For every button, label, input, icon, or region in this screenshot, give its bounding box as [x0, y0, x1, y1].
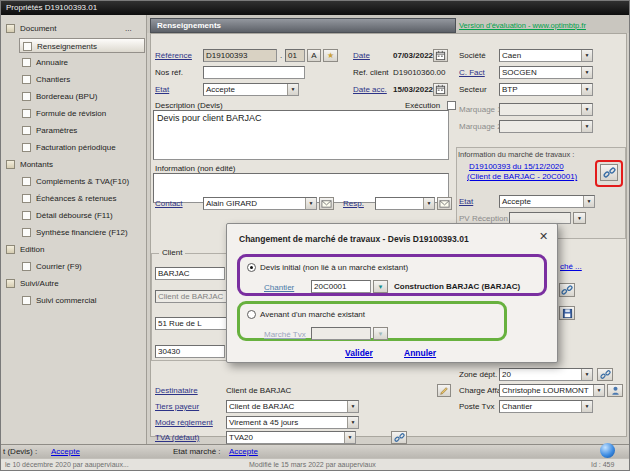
chevron-down-icon[interactable]: ▼	[581, 67, 592, 78]
section-header: Renseignements	[150, 18, 456, 33]
pv-reception-button[interactable]: ▼	[573, 212, 586, 224]
sidebar-item-suivi-autre[interactable]: Suivi/Autre	[1, 276, 147, 291]
option-avenant-label[interactable]: Avenant d'un marché existant	[260, 310, 365, 319]
reference-label[interactable]: Référence	[155, 51, 192, 60]
destinataire-edit-button[interactable]	[437, 384, 451, 397]
marche-more-link[interactable]: ché ...	[560, 262, 582, 271]
marche-etat-label[interactable]: Etat	[459, 197, 473, 206]
tva-defaut-select[interactable]: TVA20 ▼	[226, 431, 356, 444]
sidebar-item-synthese-financiere[interactable]: Synthèse financière (F12)	[1, 225, 147, 240]
close-icon[interactable]: ✕	[539, 230, 548, 243]
nos-ref-input[interactable]	[203, 66, 305, 79]
client-save-button[interactable]	[559, 306, 575, 320]
date-calendar-button[interactable]	[433, 49, 448, 62]
marquage2-select[interactable]: ▼	[499, 120, 593, 133]
radio-avenant[interactable]	[247, 310, 256, 319]
chevron-down-icon[interactable]: ▼	[583, 196, 594, 207]
tva-link-button[interactable]	[391, 431, 407, 444]
chevron-down-icon[interactable]: ▼	[581, 369, 592, 380]
societe-select[interactable]: Caen ▼	[499, 49, 593, 62]
resp-email-button[interactable]	[437, 197, 452, 210]
tva-defaut-label[interactable]: TVA (défaut)	[155, 433, 199, 442]
etat-label[interactable]: Etat	[155, 85, 169, 94]
etat-devis-status-link[interactable]: Accepte	[51, 447, 80, 456]
charge-affaire-select[interactable]: Christophe LOURMONT ▼	[499, 384, 605, 397]
radio-devis-initial[interactable]	[247, 263, 256, 272]
chevron-down-icon[interactable]: ▼	[581, 401, 592, 412]
chevron-down-icon[interactable]: ▼	[305, 198, 316, 209]
mode-reglement-label[interactable]: Mode règlement	[155, 418, 213, 427]
tiers-payeur-label[interactable]: Tiers payeur	[155, 402, 199, 411]
sidebar-item-complements-tva[interactable]: Compléments & TVA(F10)	[1, 174, 147, 189]
marche-link-button[interactable]	[600, 164, 618, 181]
chevron-down-icon[interactable]: ▼	[593, 385, 604, 396]
marche-client-link[interactable]: (Client de BARJAC - 20C0001)	[467, 172, 577, 181]
sidebar-item-courrier[interactable]: Courrier (F9)	[1, 259, 147, 274]
revision-button[interactable]: A	[307, 49, 321, 62]
chevron-down-icon[interactable]: ▼	[581, 84, 592, 95]
sidebar-item-edition[interactable]: Edition	[1, 242, 147, 257]
zone-link-button[interactable]	[597, 368, 613, 381]
resp-label[interactable]: Resp.	[343, 199, 364, 208]
sidebar-item-echeances-retenues[interactable]: Échéances & retenues	[1, 191, 147, 206]
chevron-down-icon[interactable]: ▼	[347, 401, 358, 412]
date-acc-calendar-button[interactable]	[433, 83, 448, 96]
etat-marche-status-link[interactable]: Accepte	[229, 447, 258, 456]
sidebar-item-bordereau-bpu[interactable]: Bordereau (BPU)	[1, 89, 147, 104]
annuler-button[interactable]: Annuler	[404, 348, 436, 358]
mode-reglement-select[interactable]: Virement à 45 jours ▼	[226, 416, 359, 429]
sidebar-item-detail-debourse[interactable]: Détail déboursé (F11)	[1, 208, 147, 223]
marche-tvx-input[interactable]	[311, 327, 371, 340]
sidebar-item-suivi-commercial[interactable]: Suivi commercial	[1, 293, 147, 308]
chevron-down-icon[interactable]: ▼	[344, 432, 355, 443]
sidebar-item-parametres[interactable]: Paramètres	[1, 123, 147, 138]
marquage1-select[interactable]: ▼	[499, 103, 593, 116]
poste-tvx-select[interactable]: Chantier ▼	[499, 400, 593, 413]
client-link-button[interactable]	[559, 283, 575, 297]
execution-checkbox[interactable]	[447, 101, 456, 110]
sidebar-item-chantiers[interactable]: Chantiers	[1, 72, 147, 87]
chevron-down-icon[interactable]: ▼	[423, 198, 434, 209]
c-fact-label[interactable]: C. Fact	[459, 68, 485, 77]
marche-tvx-picker-button[interactable]: ▼	[373, 327, 388, 340]
date-acc-label[interactable]: Date acc.	[353, 85, 387, 94]
client-code-input[interactable]: BARJAC	[155, 267, 225, 280]
contact-label[interactable]: Contact	[155, 199, 183, 208]
etat-select[interactable]: Accepte ▼	[203, 83, 299, 96]
client-postal-input[interactable]: 30430	[155, 345, 225, 358]
valider-button[interactable]: Valider	[345, 348, 373, 358]
favorite-button[interactable]: ★	[323, 49, 338, 62]
tiers-payeur-select[interactable]: Client de BARJAC ▼	[226, 400, 359, 413]
chevron-down-icon[interactable]: ▼	[287, 84, 298, 95]
chevron-down-icon[interactable]: ▼	[581, 50, 592, 61]
chevron-down-icon[interactable]: ▼	[347, 417, 358, 428]
sidebar-item-renseignements[interactable]: Renseignements	[19, 38, 145, 53]
sidebar-item-montants[interactable]: Montants	[1, 157, 147, 172]
zone-dept-select[interactable]: 20 ▼	[499, 368, 593, 381]
chantier-label[interactable]: Chantier	[264, 283, 294, 292]
destinataire-label[interactable]: Destinataire	[155, 386, 198, 395]
marche-document-link[interactable]: D19100393 du 15/12/2020	[469, 162, 564, 171]
charge-affaire-person-button[interactable]	[607, 384, 623, 397]
chantier-picker-button[interactable]: ▼	[373, 280, 388, 293]
contact-email-button[interactable]	[319, 197, 334, 210]
option-devis-initial-label[interactable]: Devis initial (non lié à un marché exist…	[260, 263, 408, 272]
sidebar-menu-dots[interactable]: ...	[125, 21, 132, 36]
sidebar-item-facturation-periodique[interactable]: Facturation périodique	[1, 140, 147, 155]
evaluation-watermark-link[interactable]: Version d'évaluation - www.optimbtp.fr	[459, 21, 586, 30]
help-sphere-icon[interactable]	[600, 443, 615, 458]
reference-index-input[interactable]: 01	[285, 49, 305, 62]
reference-input[interactable]: D19100393	[203, 49, 277, 62]
sidebar-item-document[interactable]: Document ...	[1, 21, 147, 36]
c-fact-select[interactable]: SOCGEN ▼	[499, 66, 593, 79]
envelope-icon	[321, 198, 332, 209]
chantier-input[interactable]: 20C0001	[311, 280, 371, 293]
description-textarea[interactable]: Devis pour client BARJAC	[153, 110, 449, 160]
sidebar-item-annuaire[interactable]: Annuaire	[1, 55, 147, 70]
contact-select[interactable]: Alain GIRARD ▼	[203, 197, 317, 210]
sidebar-item-formule-de-revision[interactable]: Formule de révision	[1, 106, 147, 121]
secteur-select[interactable]: BTP ▼	[499, 83, 593, 96]
marche-etat-select[interactable]: Accepte ▼	[499, 195, 595, 208]
date-label[interactable]: Date	[353, 51, 370, 60]
resp-select[interactable]: ▼	[375, 197, 435, 210]
